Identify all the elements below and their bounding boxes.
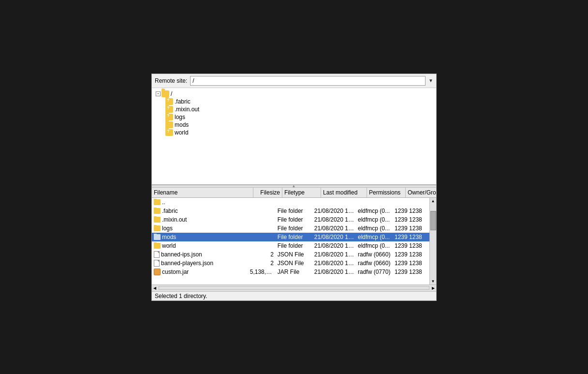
cell-perms: eldfmcp (0...: [356, 242, 393, 249]
status-text: Selected 1 directory.: [155, 293, 207, 299]
tree-item-mixin[interactable]: .mixin.out: [152, 105, 436, 113]
cell-filename: banned-players.json: [152, 260, 248, 267]
cell-perms: eldfmcp (0...: [356, 225, 393, 232]
tree-label-fabric: .fabric: [175, 98, 191, 105]
file-row-world[interactable]: world File folder 21/08/2020 16:... eldf…: [152, 241, 429, 250]
cell-perms: radfw (0660): [356, 251, 393, 258]
cell-filetype: JSON File: [276, 251, 312, 258]
tree-item-logs[interactable]: logs: [152, 113, 436, 121]
file-row-logs[interactable]: logs File folder 21/08/2020 16:... eldfm…: [152, 224, 429, 233]
horizontal-scrollbar[interactable]: ◀ ▶: [152, 284, 436, 291]
scroll-down-button[interactable]: ▼: [430, 278, 436, 284]
cell-perms: eldfmcp (0...: [356, 208, 393, 214]
cell-lastmod: 21/08/2020 16:...: [312, 251, 356, 258]
expand-icon-root[interactable]: -: [156, 91, 161, 96]
cell-filename: ..: [152, 199, 248, 206]
cell-owner: 1239 1238: [393, 234, 429, 240]
cell-owner: 1239 1238: [393, 251, 429, 258]
tree-label-mixin: .mixin.out: [175, 106, 199, 113]
cell-filetype: JSON File: [276, 260, 312, 267]
tree-label-world: world: [175, 129, 189, 136]
file-row-banned-ips[interactable]: banned-ips.json 2 JSON File 21/08/2020 1…: [152, 250, 429, 259]
tree-label-logs: logs: [175, 114, 185, 120]
col-header-perms[interactable]: Permissions: [367, 188, 406, 197]
cell-perms: radfw (0770): [356, 269, 393, 275]
vertical-scrollbar[interactable]: ▲ ▼: [429, 198, 436, 284]
cell-filename: mods: [152, 234, 248, 240]
remote-site-dropdown[interactable]: ▼: [428, 78, 433, 83]
file-list-with-scroll: .. .fabric File folder 21/08/2020 16:...…: [152, 198, 436, 284]
cell-lastmod: 21/08/2020 16:...: [312, 208, 356, 214]
cell-perms: eldfmcp (0...: [356, 234, 393, 240]
folder-icon: [154, 243, 161, 249]
col-header-lastmod[interactable]: Last modified: [321, 188, 367, 197]
cell-owner: 1239 1238: [393, 242, 429, 249]
folder-icon: [154, 234, 161, 240]
cell-owner: 1239 1238: [393, 269, 429, 275]
cell-filename: logs: [152, 225, 248, 232]
scroll-left-button[interactable]: ◀: [152, 286, 158, 290]
file-list-body: .. .fabric File folder 21/08/2020 16:...…: [152, 198, 429, 284]
file-row-custom-jar[interactable]: custom.jar 5,138,922 JAR File 21/08/2020…: [152, 268, 429, 276]
cell-filesize: 2: [248, 251, 276, 258]
cell-owner: 1239 1238: [393, 260, 429, 267]
cell-lastmod: 21/08/2020 16:...: [312, 216, 356, 223]
tree-pane: - / .fabric .mixin.out logs mods: [152, 88, 436, 185]
doc-icon: [154, 260, 160, 267]
col-header-owner[interactable]: Owner/Group: [406, 188, 436, 197]
cell-lastmod: 21/08/2020 16:...: [312, 242, 356, 249]
file-row-mixin[interactable]: .mixin.out File folder 21/08/2020 16:...…: [152, 215, 429, 224]
cell-perms: radfw (0660): [356, 260, 393, 267]
folder-icon-world: [165, 129, 173, 136]
cell-filesize: 5,138,922: [248, 269, 276, 275]
col-header-filename[interactable]: Filename: [152, 188, 253, 197]
folder-icon: [154, 199, 161, 205]
col-header-filetype[interactable]: Filetype: [282, 188, 321, 197]
cell-filename: world: [152, 242, 248, 249]
cell-lastmod: 21/08/2020 16:...: [312, 225, 356, 232]
status-bar: Selected 1 directory.: [152, 291, 436, 300]
cell-filename: .mixin.out: [152, 216, 248, 223]
cell-owner: 1239 1238: [393, 208, 429, 214]
cell-filetype: File folder: [276, 242, 312, 249]
folder-icon: [154, 217, 161, 223]
file-list-pane: Filename Filesize Filetype Last modified…: [152, 188, 436, 291]
folder-icon: [154, 225, 161, 231]
cell-filetype: File folder: [276, 225, 312, 232]
remote-site-bar: Remote site: ▼: [152, 74, 436, 88]
cell-perms: eldfmcp (0...: [356, 216, 393, 223]
doc-icon: [154, 251, 160, 258]
file-manager-panel: Remote site: ▼ - / .fabric .mixin.out lo: [151, 74, 437, 301]
file-row-mods[interactable]: mods File folder 21/08/2020 16:... eldfm…: [152, 233, 429, 241]
scroll-right-button[interactable]: ▶: [430, 286, 436, 290]
file-row-fabric[interactable]: .fabric File folder 21/08/2020 16:... el…: [152, 207, 429, 215]
cell-filename: banned-ips.json: [152, 251, 248, 258]
cell-owner: 1239 1238: [393, 225, 429, 232]
tree-item-root[interactable]: - /: [152, 90, 436, 98]
cell-filesize: 2: [248, 260, 276, 267]
folder-icon: [154, 208, 161, 214]
tree-item-world[interactable]: world: [152, 129, 436, 136]
tree-label-root: /: [171, 90, 172, 97]
cell-owner: 1239 1238: [393, 216, 429, 223]
cell-lastmod: 21/08/2020 16:...: [312, 260, 356, 267]
cell-filetype: File folder: [276, 208, 312, 214]
remote-site-input[interactable]: [190, 76, 426, 86]
cell-filetype: JAR File: [276, 269, 312, 275]
cell-lastmod: 21/08/2020 16:...: [312, 234, 356, 240]
file-row-dotdot[interactable]: ..: [152, 198, 429, 207]
cell-filename: custom.jar: [152, 269, 248, 275]
file-row-banned-players[interactable]: banned-players.json 2 JSON File 21/08/20…: [152, 259, 429, 268]
file-list-header: Filename Filesize Filetype Last modified…: [152, 188, 436, 198]
scroll-thumb[interactable]: [430, 211, 436, 230]
col-header-filesize[interactable]: Filesize: [253, 188, 282, 197]
remote-site-label: Remote site:: [155, 77, 187, 84]
cell-filename: .fabric: [152, 208, 248, 214]
cell-lastmod: 21/08/2020 16:...: [312, 269, 356, 275]
tree-item-fabric[interactable]: .fabric: [152, 98, 436, 105]
tree-item-mods[interactable]: mods: [152, 121, 436, 129]
jar-icon: [154, 269, 161, 275]
tree-label-mods: mods: [175, 121, 189, 128]
cell-filetype: File folder: [276, 234, 312, 240]
scroll-up-button[interactable]: ▲: [430, 198, 436, 204]
